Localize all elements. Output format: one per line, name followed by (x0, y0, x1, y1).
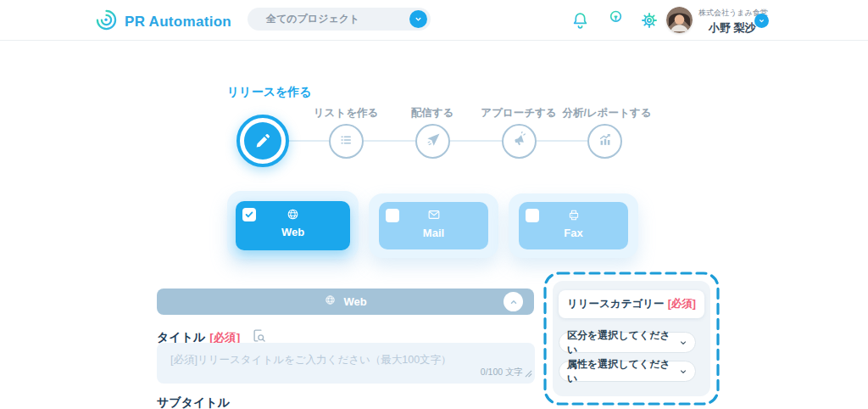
channel-card-mail[interactable]: Mail (379, 202, 488, 249)
globe-icon (236, 207, 350, 221)
subtitle-label: サブタイトル (157, 395, 230, 409)
top-bar: PR Automation 全てのプロジェクト (0, 0, 868, 41)
list-icon (338, 132, 355, 152)
resize-grip[interactable] (525, 366, 532, 381)
project-selector-value: 全てのプロジェクト (266, 12, 359, 26)
category-attribute-select[interactable]: 属性を選択してください (559, 361, 696, 382)
step-distribute[interactable] (415, 124, 450, 159)
fax-printer-icon (519, 208, 628, 222)
pr-automation-page: PR Automation 全てのプロジェクト (0, 0, 868, 409)
mail-icon (379, 208, 488, 221)
release-title-input-wrap: 0/100 文字 (157, 343, 535, 384)
channel-card-web[interactable]: Web (236, 201, 350, 250)
step-create-list[interactable] (329, 124, 364, 159)
brand-logo[interactable]: PR Automation (95, 8, 231, 35)
chevron-down-icon (409, 10, 427, 28)
category-title: リリースカテゴリー (567, 297, 665, 311)
category-required-badge: [必須] (668, 297, 696, 311)
channel-label-mail: Mail (379, 227, 488, 239)
brand-name: PR Automation (125, 14, 231, 31)
pencil-icon (244, 122, 281, 160)
web-section-title: Web (343, 295, 366, 308)
category-division-value: 区分を選択してください (567, 328, 679, 357)
channel-label-fax: Fax (519, 227, 628, 239)
step-approach[interactable] (502, 124, 537, 159)
collapse-chevron-up-icon[interactable] (504, 292, 523, 311)
step-analyze-report[interactable] (587, 124, 622, 159)
step-label-analyze-report: 分析/レポートする (544, 106, 670, 120)
channel-label-web: Web (236, 226, 350, 238)
user-menu-chevron-down-icon[interactable] (754, 14, 769, 28)
logo-spiral-icon (95, 8, 118, 35)
chevron-down-icon (679, 335, 687, 350)
step-create-release[interactable] (236, 115, 289, 167)
category-division-select[interactable]: 区分を選択してください (559, 332, 696, 353)
gear-icon[interactable] (638, 9, 660, 31)
step-connector (450, 140, 502, 142)
step-connector (537, 140, 587, 142)
category-attribute-value: 属性を選択してください (567, 357, 679, 386)
avatar[interactable] (666, 7, 693, 33)
paper-plane-icon (425, 132, 442, 152)
project-selector[interactable]: 全てのプロジェクト (248, 8, 431, 31)
channel-card-fax[interactable]: Fax (519, 202, 628, 249)
bar-chart-icon (597, 132, 614, 152)
megaphone-icon (511, 132, 528, 152)
category-panel-header: リリースカテゴリー [必須] (559, 290, 704, 318)
web-section-header[interactable]: Web (157, 289, 534, 315)
step-label-distribute: 配信する (390, 106, 475, 120)
globe-icon (324, 294, 337, 310)
step-label-create-list: リストを作る (295, 106, 397, 120)
chevron-down-icon (679, 364, 687, 379)
step-label-create-release: リリースを作る (227, 85, 312, 100)
lightbulb-icon[interactable] (605, 8, 627, 31)
bell-icon[interactable] (570, 10, 592, 32)
char-counter: 0/100 文字 (481, 367, 523, 378)
step-connector (364, 140, 415, 142)
release-title-input[interactable] (157, 343, 535, 384)
step-connector (289, 140, 329, 142)
